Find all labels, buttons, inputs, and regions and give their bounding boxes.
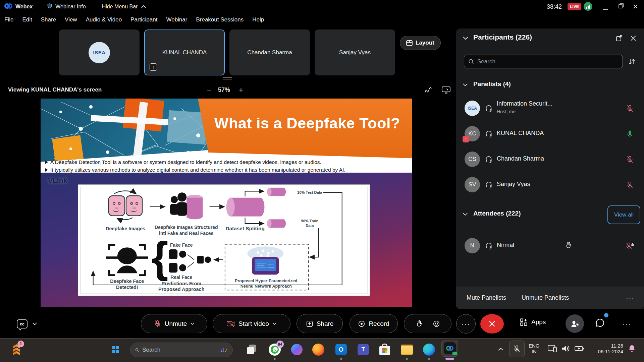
smiley-icon[interactable] <box>433 320 440 327</box>
slide-bullet-2: It typically utilizes various methods to… <box>50 167 345 173</box>
share-button[interactable]: Share <box>297 314 343 333</box>
file-explorer-icon[interactable] <box>400 343 413 356</box>
unmute-button[interactable]: Unmute <box>141 314 207 333</box>
popout-icon[interactable] <box>615 35 623 42</box>
sharing-indicator-icon: ↑ <box>150 63 157 71</box>
menu-participant[interactable]: Participant <box>130 16 157 23</box>
tray-mic-muted[interactable] <box>509 341 525 357</box>
zoom-in-button[interactable]: + <box>239 86 243 95</box>
battery-icon[interactable] <box>574 344 584 353</box>
webex-taskbar-icon[interactable] <box>441 340 458 357</box>
chevron-up-icon[interactable] <box>141 4 146 10</box>
chat-bubble-icon <box>595 318 605 328</box>
attendees-header: Attendees (222) <box>473 210 521 217</box>
menu-view[interactable]: View <box>65 16 77 23</box>
firefox-icon[interactable] <box>312 343 325 356</box>
headset-icon <box>485 130 493 138</box>
close-panel-icon[interactable] <box>630 35 636 41</box>
cc-chevron-icon[interactable] <box>32 322 37 325</box>
shared-screen: What is a Deepfake Tool? A Deepfake Dete… <box>41 99 412 307</box>
edge-icon[interactable] <box>423 343 435 356</box>
webex-logo-icon <box>4 2 13 11</box>
panelist-row-sanjay[interactable]: SV Sanjay Vyas <box>456 172 644 197</box>
meeting-stats-icon[interactable] <box>584 2 592 11</box>
raised-hand-icon[interactable] <box>416 320 423 328</box>
close-button[interactable] <box>633 4 638 10</box>
attendee-row-nirmal[interactable]: N Nirmal <box>456 233 644 258</box>
task-view-icon[interactable] <box>246 343 258 356</box>
record-button[interactable]: Record <box>350 314 398 333</box>
video-tile-sanjay[interactable]: Sanjay Vyas <box>315 29 395 75</box>
language-indicator[interactable]: ENG IN <box>529 343 540 354</box>
start-video-button[interactable]: Start video <box>213 314 290 333</box>
apps-button[interactable]: Apps <box>519 318 546 326</box>
mic-muted-locked-icon <box>625 242 634 250</box>
panelist-row-kunal[interactable]: KC ↑ KUNAL CHANDA <box>456 121 644 146</box>
chat-button[interactable] <box>595 318 605 329</box>
start-button[interactable] <box>109 343 122 356</box>
menu-webinar[interactable]: Webinar <box>166 16 187 23</box>
strip-drag-handle[interactable] <box>223 77 232 79</box>
teams-icon[interactable]: T <box>357 343 370 356</box>
menu-edit[interactable]: Edit <box>22 16 32 23</box>
taskbar-search-input[interactable] <box>142 347 216 353</box>
clock[interactable]: 11:26 06-11-2024 <box>588 343 623 354</box>
chevron-down-icon[interactable] <box>190 322 195 325</box>
label-proposed-1: Proposed Hyper-Parameterized <box>235 279 297 283</box>
hide-menu-bar-button[interactable]: Hide Menu Bar <box>102 4 138 10</box>
menu-audio-video[interactable]: Audio & Video <box>86 16 122 23</box>
label-dataset-split: Dataset Spliting <box>225 226 264 231</box>
video-tile-chandan[interactable]: Chandan Sharma <box>229 29 310 75</box>
reactions-button[interactable] <box>404 314 451 333</box>
panelist-row-host[interactable]: ISEA Information Securit... Host, me <box>456 96 644 121</box>
menu-file[interactable]: File <box>4 16 13 23</box>
attendees-chevron-icon[interactable] <box>463 212 468 216</box>
sort-icon[interactable] <box>628 58 636 65</box>
menu-share[interactable]: Share <box>41 16 56 23</box>
unmute-panelists-button[interactable]: Unmute Panelists <box>522 294 569 301</box>
closed-captions-button[interactable]: cc <box>17 319 28 328</box>
far-more-button[interactable]: ··· <box>623 320 631 328</box>
label-real-face: Real Face <box>170 275 192 280</box>
participant-search-input[interactable] <box>477 58 619 65</box>
close-icon <box>489 320 495 327</box>
ms-store-icon[interactable] <box>378 343 391 356</box>
divider <box>428 319 428 328</box>
chevron-down-icon[interactable] <box>463 36 469 40</box>
participant-search[interactable] <box>464 55 623 68</box>
more-options-button[interactable]: ··· <box>456 314 476 334</box>
speaker-icon[interactable] <box>561 344 570 353</box>
layout-button[interactable]: Layout <box>400 36 441 50</box>
participants-title: Participants (226) <box>473 33 532 41</box>
minimize-button[interactable] <box>603 5 608 11</box>
webinar-info-button[interactable]: Webinar Info <box>55 4 86 10</box>
view-all-button[interactable]: View all <box>607 205 640 224</box>
chevron-down-icon[interactable] <box>272 322 277 325</box>
mute-panelists-button[interactable]: Mute Panelists <box>467 294 506 301</box>
copilot-icon[interactable] <box>290 343 303 356</box>
layout-grid-icon <box>406 40 413 46</box>
video-tile-host[interactable]: ISEA <box>59 29 140 75</box>
menu-breakout-sessions[interactable]: Breakout Sessions <box>196 16 244 23</box>
annotate-icon[interactable] <box>424 86 433 95</box>
zoom-out-button[interactable]: − <box>207 86 211 95</box>
panelists-chevron-icon[interactable] <box>463 83 468 86</box>
restore-button[interactable] <box>619 3 624 10</box>
video-tile-kunal[interactable]: KUNAL CHANDA ↑ <box>144 29 225 75</box>
panelist-row-chandan[interactable]: CS Chandan Sharma <box>456 146 644 172</box>
notification-bell-icon[interactable] <box>628 344 636 353</box>
label-predictions-1: Predictions From <box>161 281 201 286</box>
outlook-icon[interactable]: O <box>335 343 347 356</box>
panel-more-button[interactable]: ··· <box>626 294 635 302</box>
tray-chevron-up-icon[interactable] <box>498 347 504 351</box>
participants-button[interactable] <box>566 314 584 333</box>
cast-device-icon[interactable] <box>547 344 557 353</box>
remote-control-icon[interactable] <box>441 86 451 96</box>
whatsapp-badge: 84 <box>276 341 284 348</box>
menu-help[interactable]: Help <box>252 16 264 23</box>
taskbar-search[interactable]: ♫♪ <box>130 343 233 357</box>
leave-meeting-button[interactable] <box>480 314 504 334</box>
apps-grid-icon <box>519 318 528 326</box>
diagram-panel: Deepfake Images Deepfake Images Structur… <box>78 185 370 296</box>
avatar: CS <box>465 152 480 167</box>
